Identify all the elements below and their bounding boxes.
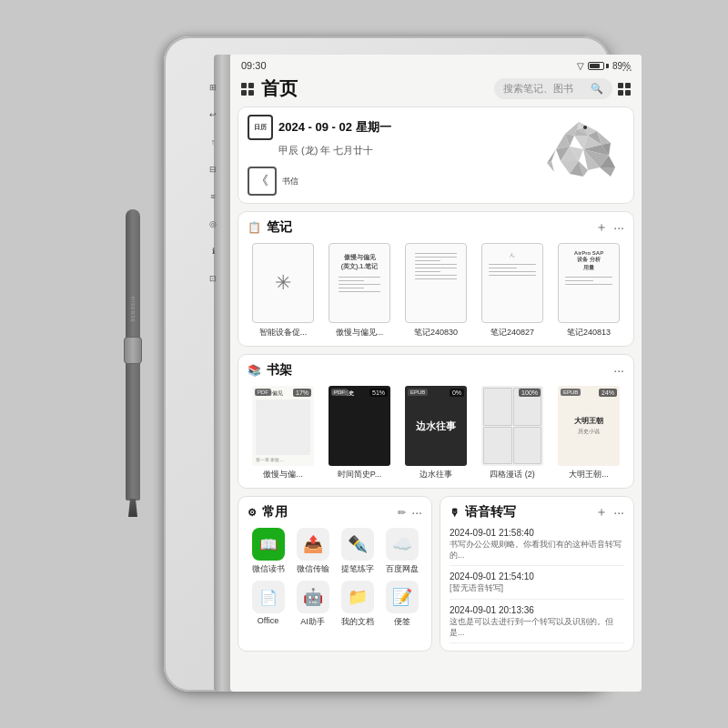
app-weixin-transfer[interactable]: 📤 微信传输 (292, 528, 333, 575)
search-bar[interactable]: 搜索笔记、图书 🔍 (494, 78, 612, 99)
book-item[interactable]: 傲慢与偏见 第一章 家族... PDF 17% 傲慢与偏... (248, 386, 318, 480)
voice-add-btn[interactable]: ＋ (595, 504, 608, 521)
book-progress-4: 100% (519, 389, 541, 397)
apps-grid: 📖 微信读书 📤 微信传输 ✒️ 提笔练字 (248, 528, 422, 628)
app-baidu-pan[interactable]: ☁️ 百度网盘 (381, 528, 422, 575)
stylus: HISENSE (120, 209, 146, 519)
app-ai-assistant[interactable]: 🤖 AI助手 (292, 581, 333, 628)
voice-transcription-card: 🎙 语音转写 ＋ ··· 2024-09-01 21:58:40 (440, 496, 634, 652)
bookshelf-header: 📚 书架 ··· (248, 362, 624, 379)
notes-card: 📋 笔记 ＋ ··· ✳ (238, 211, 634, 347)
note-label-1: 智能设备促... (259, 327, 308, 339)
svg-marker-21 (547, 149, 556, 163)
note-label-4: 笔记240827 (490, 327, 534, 339)
note-thumb-3 (405, 243, 467, 323)
top-nav: 首页 搜索笔记、图书 🔍 (230, 75, 642, 106)
page-title: 首页 (261, 76, 298, 101)
screen: 09:30 ▽ 89% 首页 (230, 55, 642, 692)
time: 09:30 (241, 60, 267, 71)
calendar-icon: 日历 (248, 115, 273, 140)
voice-text-1: 书写办公公规则略。你看我们有的这种语音转写的... (450, 540, 624, 561)
note-thumb-2: 傲慢与偏见(英文).1.笔记 (329, 243, 390, 323)
spine-icon-3: ↑ (207, 136, 218, 147)
book-progress-5: 24% (599, 389, 617, 397)
note-item[interactable]: 傲慢与偏见(英文).1.笔记 傲慢与偏见... (324, 243, 395, 339)
notes-actions: ＋ ··· (595, 219, 624, 236)
spine-icon-4: ⊟ (207, 164, 218, 175)
book-progress-3: 0% (450, 389, 464, 397)
app-weixin-read[interactable]: 📖 微信读书 (248, 528, 288, 575)
spine-buttons: ⊞ ↩ ↑ ⊟ ≡ ◎ ℹ ⊡ (207, 82, 218, 284)
app-office-label: Office (258, 616, 278, 625)
voice-more-btn[interactable]: ··· (613, 505, 624, 520)
note-item[interactable]: 笔记240830 (400, 243, 471, 339)
spine-icon-6: ◎ (207, 218, 218, 229)
spine-icon-7: ℹ (207, 246, 218, 257)
note-label-5: 笔记240813 (567, 327, 611, 339)
bottom-row: ⚙ 常用 ✏ ··· 📖 微信读书 (238, 496, 634, 652)
voice-entry-1[interactable]: 2024-09-01 21:58:40 书写办公公规则略。你看我们有的这种语音转… (450, 528, 624, 566)
voice-text-3: 这也是可以去进行到一个转写以及识别的。但是... (450, 617, 624, 638)
app-office[interactable]: 📄 Office (248, 581, 288, 628)
notes-add-btn[interactable]: ＋ (595, 219, 608, 236)
notes-more-btn[interactable]: ··· (613, 220, 624, 235)
book-progress-2: 51% (369, 389, 388, 397)
home-grid-icon[interactable] (241, 83, 254, 96)
book-thumb-2: 时间简史 PDF 51% (329, 386, 390, 466)
book-label-1: 傲慢与偏... (263, 469, 303, 480)
note-item[interactable]: AirPro SAP设备 分析用量 笔记240813 (553, 243, 624, 339)
spine-icon-5: ≡ (207, 191, 218, 202)
voice-title: 🎙 语音转写 (450, 504, 516, 521)
notes-title: 📋 笔记 (248, 219, 292, 236)
apps-title: ⚙ 常用 (248, 504, 288, 521)
voice-time-1: 2024-09-01 21:58:40 (450, 528, 624, 538)
apps-edit-btn[interactable]: ✏ (398, 507, 406, 519)
app-label: 微信传输 (297, 563, 329, 575)
voice-text-2: [暂无语音转写] (450, 583, 624, 594)
search-icon: 🔍 (591, 83, 603, 95)
bookshelf-actions: ··· (613, 363, 624, 378)
device: HISENSE ⊞ ↩ ↑ ⊟ ≡ ◎ ℹ ⊡ 09:30 ▽ (109, 27, 619, 701)
app-label: 微信读书 (252, 563, 285, 575)
note-item[interactable]: ん 笔记240827 (477, 243, 548, 339)
book-icon: 《 (248, 167, 277, 196)
book-item[interactable]: 时间简史 PDF 51% 时间简史P... (324, 386, 395, 480)
calendar-date: 2024 - 09 - 02 星期一 (278, 119, 391, 136)
app-my-docs[interactable]: 📁 我的文档 (337, 581, 378, 628)
spine-icon-8: ⊡ (207, 273, 218, 284)
status-bar: 09:30 ▽ 89% (230, 55, 642, 75)
book-item[interactable]: 大明王朝 历史小说 EPUB 24% 大明王朝... (553, 386, 624, 480)
app-label: 提笔练字 (341, 563, 374, 575)
book-item[interactable]: 100% 四格漫话 (2) (477, 386, 548, 480)
book-progress-1: 17% (293, 389, 311, 397)
app-notes[interactable]: 📝 便签 (381, 581, 422, 628)
apps-more-btn[interactable]: ··· (411, 505, 422, 520)
notes-header: 📋 笔记 ＋ ··· (248, 219, 624, 236)
book-label-3: 边水往事 (420, 469, 452, 480)
voice-entry-2[interactable]: 2024-09-01 21:54:10 [暂无语音转写] (450, 571, 624, 600)
app-calligraphy[interactable]: ✒️ 提笔练字 (337, 528, 378, 575)
book-title: 书信 (282, 176, 298, 187)
bookshelf-more-btn[interactable]: ··· (613, 363, 624, 378)
svg-marker-22 (547, 161, 554, 172)
menu-grid-icon[interactable] (618, 83, 631, 96)
battery-indicator (588, 62, 609, 70)
eagle-decoration (533, 115, 624, 187)
app-label: 便签 (394, 616, 410, 628)
search-placeholder: 搜索笔记、图书 (503, 82, 573, 96)
top-nav-left: 首页 (241, 76, 298, 101)
voice-time-3: 2024-09-01 20:13:36 (450, 605, 624, 615)
app-label: 我的文档 (341, 616, 374, 628)
note-label-2: 傲慢与偏见... (336, 327, 384, 339)
book-label-2: 时间简史P... (338, 469, 381, 480)
apps-header: ⚙ 常用 ✏ ··· (248, 504, 422, 521)
svg-point-25 (583, 126, 587, 129)
note-item[interactable]: ✳ 智能设备促... (248, 243, 318, 339)
bookshelf-card: 📚 书架 ··· 傲慢与偏见 (238, 354, 634, 489)
book-item[interactable]: 边水往事 EPUB 0% 边水往事 (400, 386, 471, 480)
svg-marker-20 (600, 167, 615, 177)
voice-entries: 2024-09-01 21:58:40 书写办公公规则略。你看我们有的这种语音转… (450, 528, 624, 643)
device-shell: ⊞ ↩ ↑ ⊟ ≡ ◎ ℹ ⊡ 09:30 ▽ 89% (164, 36, 610, 692)
voice-entry-3[interactable]: 2024-09-01 20:13:36 这也是可以去进行到一个转写以及识别的。但… (450, 605, 624, 643)
calendar-left: 日历 2024 - 09 - 02 星期一 甲辰 (龙) 年 七月廿十 《 书信 (248, 115, 391, 196)
